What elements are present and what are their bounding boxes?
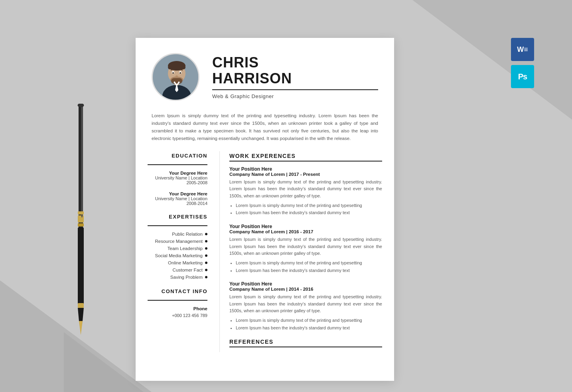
expertise-label-7: Saving Problem xyxy=(170,275,203,280)
svg-point-23 xyxy=(172,72,174,74)
edu-school-1: University Name | Location xyxy=(148,175,207,180)
expertise-label-4: Social Media Marketing xyxy=(155,253,203,258)
work-entry-1: Your Position Here Company Name of Lorem… xyxy=(229,166,382,217)
word-icon[interactable]: W≡ xyxy=(511,38,534,61)
work-desc-2: Lorem Ipsum is simply dummy text of the … xyxy=(229,236,382,257)
work-section-title: WORK EXPERENCES xyxy=(229,153,382,159)
work-bullet-1-1: Lorem Ipsum is simply dummy text of the … xyxy=(236,202,382,209)
avatar xyxy=(152,53,199,101)
work-bullets-1: Lorem Ipsum is simply dummy text of the … xyxy=(229,202,382,217)
expertise-dot-4 xyxy=(205,254,207,257)
resume-name: CHRIS HARRISON xyxy=(212,55,378,86)
contact-section: CONTACT INFO Phone +000 123 456 789 xyxy=(148,288,207,318)
word-icon-label: W≡ xyxy=(517,45,528,54)
expertises-section: EXPERTISES Public Relation Resource Mana… xyxy=(148,214,207,280)
svg-rect-10 xyxy=(78,211,84,215)
references-section: REFERENCES xyxy=(229,339,382,347)
expertise-item-5: Online Marketing xyxy=(148,260,207,265)
edu-entry-1: Your Degree Here University Name | Locat… xyxy=(148,171,207,185)
work-divider xyxy=(229,161,382,162)
edu-entry-2: Your Degree Here University Name | Locat… xyxy=(148,191,207,206)
resume-paper: CHRIS HARRISON Web & Graphic Designer Lo… xyxy=(136,38,394,381)
ps-icon-label: Ps xyxy=(518,72,527,81)
education-section-title: EDUCATION xyxy=(148,153,207,159)
work-company-3: Company Name of Lorem | 2014 - 2016 xyxy=(229,287,382,292)
work-position-1: Your Position Here xyxy=(229,166,382,172)
bg-shape-top xyxy=(412,0,572,120)
work-entry-3: Your Position Here Company Name of Lorem… xyxy=(229,281,382,331)
edu-school-2: University Name | Location xyxy=(148,196,207,201)
edu-year-1: 2005-2008 xyxy=(148,180,207,185)
edu-degree-1: Your Degree Here xyxy=(148,171,207,175)
resume-right-column: WORK EXPERENCES Your Position Here Compa… xyxy=(219,151,394,352)
svg-rect-9 xyxy=(81,106,83,217)
svg-rect-3 xyxy=(78,223,84,227)
pen-decoration xyxy=(70,104,92,337)
svg-rect-19 xyxy=(168,65,185,69)
expertise-item-4: Social Media Marketing xyxy=(148,253,207,258)
expertise-label-2: Resource Management xyxy=(155,239,203,244)
phone-label: Phone xyxy=(148,306,207,311)
work-bullet-3-2: Lorem Ipsum has been the industry's stan… xyxy=(236,324,382,332)
svg-rect-5 xyxy=(78,303,84,308)
expertise-item-3: Team Leadership xyxy=(148,246,207,251)
svg-marker-6 xyxy=(78,308,84,321)
work-bullet-1-2: Lorem Ipsum has been the industry's stan… xyxy=(236,209,382,217)
work-company-2: Company Name of Lorem | 2016 - 2017 xyxy=(229,229,382,234)
svg-rect-2 xyxy=(78,215,84,223)
svg-rect-26 xyxy=(171,78,182,84)
work-desc-3: Lorem Ipsum is simply dummy text of the … xyxy=(229,294,382,315)
expertise-label-6: Customer Fact xyxy=(173,268,203,272)
name-divider xyxy=(212,89,378,90)
work-position-3: Your Position Here xyxy=(229,281,382,287)
work-bullet-2-1: Lorem Ipsum is simply dummy text of the … xyxy=(236,259,382,267)
expertise-dot-5 xyxy=(205,262,207,264)
resume-subtitle: Web & Graphic Designer xyxy=(212,93,378,99)
expertise-dot-7 xyxy=(205,276,207,278)
resume-left-column: EDUCATION Your Degree Here University Na… xyxy=(136,151,215,352)
expertise-label-5: Online Marketing xyxy=(168,260,203,265)
work-company-1: Company Name of Lorem | 2017 - Present xyxy=(229,172,382,177)
expertise-item-2: Resource Management xyxy=(148,239,207,244)
edu-degree-2: Your Degree Here xyxy=(148,191,207,196)
contact-section-title: CONTACT INFO xyxy=(148,288,207,294)
resume-header: CHRIS HARRISON Web & Graphic Designer xyxy=(136,38,394,112)
expertise-dot-1 xyxy=(205,233,207,235)
photoshop-icon[interactable]: Ps xyxy=(511,65,534,88)
expertise-label-3: Team Leadership xyxy=(168,246,203,251)
bg-shape-bottom2 xyxy=(64,332,144,392)
resume-name-block: CHRIS HARRISON Web & Graphic Designer xyxy=(212,55,378,99)
work-entry-2: Your Position Here Company Name of Lorem… xyxy=(229,224,382,274)
expertises-section-title: EXPERTISES xyxy=(148,214,207,220)
resume-name-line1: CHRIS xyxy=(212,54,259,71)
expertise-dot-6 xyxy=(205,269,207,271)
resume-summary: Lorem Ipsum is simply dummy text of the … xyxy=(136,112,394,151)
resume-name-line2: HARRISON xyxy=(212,70,292,87)
expertise-item-6: Customer Fact xyxy=(148,268,207,272)
edu-year-2: 2008-2014 xyxy=(148,201,207,206)
references-divider xyxy=(229,347,382,347)
work-bullets-3: Lorem Ipsum is simply dummy text of the … xyxy=(229,317,382,331)
resume-body: EDUCATION Your Degree Here University Na… xyxy=(136,151,394,352)
svg-point-11 xyxy=(78,104,84,107)
svg-point-25 xyxy=(176,75,178,77)
app-icons-container: W≡ Ps xyxy=(511,38,534,88)
expertise-dot-2 xyxy=(205,240,207,242)
svg-rect-4 xyxy=(78,227,84,307)
expertise-dot-3 xyxy=(205,247,207,250)
expertise-item-1: Public Relation xyxy=(148,232,207,236)
work-desc-1: Lorem Ipsum is simply dummy text of the … xyxy=(229,179,382,200)
work-bullet-2-2: Lorem Ipsum has been the industry's stan… xyxy=(236,267,382,274)
expertises-divider xyxy=(148,225,207,226)
work-bullets-2: Lorem Ipsum is simply dummy text of the … xyxy=(229,259,382,274)
contact-divider xyxy=(148,300,207,301)
work-position-2: Your Position Here xyxy=(229,224,382,229)
work-bullet-3-1: Lorem Ipsum is simply dummy text of the … xyxy=(236,317,382,324)
expertise-item-7: Saving Problem xyxy=(148,275,207,280)
svg-point-24 xyxy=(179,72,181,74)
expertise-label-1: Public Relation xyxy=(172,232,203,236)
phone-value: +000 123 456 789 xyxy=(148,313,207,318)
references-title: REFERENCES xyxy=(229,339,382,345)
education-divider xyxy=(148,164,207,165)
